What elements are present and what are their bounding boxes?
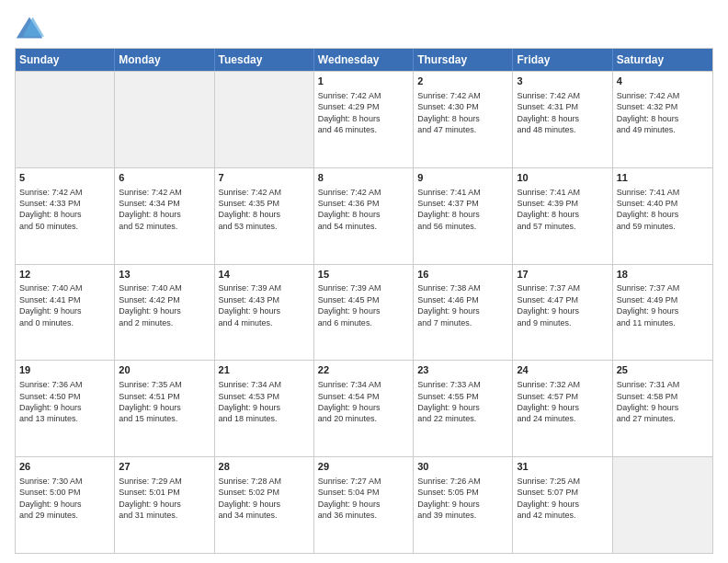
day-number: 6 (119, 171, 210, 185)
day-number: 21 (219, 363, 310, 377)
day-number: 2 (417, 75, 508, 88)
calendar-row: 5Sunrise: 7:42 AM Sunset: 4:33 PM Daylig… (16, 167, 712, 264)
calendar-row: 1Sunrise: 7:42 AM Sunset: 4:29 PM Daylig… (16, 71, 712, 167)
day-header-saturday: Saturday (613, 49, 712, 71)
cell-info: Sunrise: 7:41 AM Sunset: 4:40 PM Dayligh… (617, 187, 709, 233)
header (15, 15, 713, 40)
calendar-cell: 28Sunrise: 7:28 AM Sunset: 5:02 PM Dayli… (215, 457, 314, 553)
cell-info: Sunrise: 7:34 AM Sunset: 4:54 PM Dayligh… (318, 379, 409, 425)
cell-info: Sunrise: 7:33 AM Sunset: 4:55 PM Dayligh… (417, 379, 508, 425)
calendar-cell (613, 457, 712, 553)
cell-info: Sunrise: 7:27 AM Sunset: 5:04 PM Dayligh… (318, 476, 409, 522)
cell-info: Sunrise: 7:37 AM Sunset: 4:49 PM Dayligh… (617, 282, 709, 328)
calendar-cell: 22Sunrise: 7:34 AM Sunset: 4:54 PM Dayli… (314, 361, 414, 456)
logo-icon (15, 15, 44, 40)
day-header-wednesday: Wednesday (314, 49, 414, 71)
calendar-body: 1Sunrise: 7:42 AM Sunset: 4:29 PM Daylig… (16, 71, 712, 553)
day-number: 27 (119, 460, 210, 474)
calendar-cell: 14Sunrise: 7:39 AM Sunset: 4:43 PM Dayli… (215, 265, 314, 361)
calendar-cell: 1Sunrise: 7:42 AM Sunset: 4:29 PM Daylig… (314, 72, 414, 167)
cell-info: Sunrise: 7:25 AM Sunset: 5:07 PM Dayligh… (517, 476, 608, 522)
cell-info: Sunrise: 7:28 AM Sunset: 5:02 PM Dayligh… (219, 476, 310, 522)
day-number: 5 (19, 171, 110, 185)
calendar-cell: 3Sunrise: 7:42 AM Sunset: 4:31 PM Daylig… (513, 72, 612, 167)
day-number: 19 (19, 363, 110, 377)
calendar-cell: 21Sunrise: 7:34 AM Sunset: 4:53 PM Dayli… (215, 361, 314, 456)
day-number: 14 (219, 268, 310, 282)
calendar-header: SundayMondayTuesdayWednesdayThursdayFrid… (16, 49, 712, 71)
day-number: 20 (119, 363, 210, 377)
cell-info: Sunrise: 7:34 AM Sunset: 4:53 PM Dayligh… (219, 379, 310, 425)
calendar-cell (16, 72, 115, 167)
calendar-row: 26Sunrise: 7:30 AM Sunset: 5:00 PM Dayli… (16, 456, 712, 553)
calendar-cell: 4Sunrise: 7:42 AM Sunset: 4:32 PM Daylig… (613, 72, 712, 167)
page: SundayMondayTuesdayWednesdayThursdayFrid… (0, 0, 728, 563)
calendar-cell: 11Sunrise: 7:41 AM Sunset: 4:40 PM Dayli… (613, 168, 712, 264)
calendar-cell: 16Sunrise: 7:38 AM Sunset: 4:46 PM Dayli… (414, 265, 513, 361)
calendar-cell: 13Sunrise: 7:40 AM Sunset: 4:42 PM Dayli… (115, 265, 214, 361)
day-number: 16 (417, 268, 508, 282)
cell-info: Sunrise: 7:39 AM Sunset: 4:45 PM Dayligh… (318, 282, 409, 328)
day-number: 28 (219, 460, 310, 474)
calendar-cell: 5Sunrise: 7:42 AM Sunset: 4:33 PM Daylig… (16, 168, 115, 264)
day-number: 1 (318, 75, 409, 88)
cell-info: Sunrise: 7:41 AM Sunset: 4:39 PM Dayligh… (517, 187, 608, 233)
cell-info: Sunrise: 7:37 AM Sunset: 4:47 PM Dayligh… (517, 282, 608, 328)
calendar-cell: 17Sunrise: 7:37 AM Sunset: 4:47 PM Dayli… (513, 265, 612, 361)
calendar-cell: 10Sunrise: 7:41 AM Sunset: 4:39 PM Dayli… (513, 168, 612, 264)
calendar-cell (115, 72, 214, 167)
day-number: 18 (617, 268, 709, 282)
day-number: 25 (617, 363, 709, 377)
logo (15, 15, 48, 40)
cell-info: Sunrise: 7:42 AM Sunset: 4:32 PM Dayligh… (617, 90, 709, 136)
day-header-monday: Monday (115, 49, 214, 71)
calendar-cell: 27Sunrise: 7:29 AM Sunset: 5:01 PM Dayli… (115, 457, 214, 553)
cell-info: Sunrise: 7:42 AM Sunset: 4:31 PM Dayligh… (517, 90, 608, 136)
cell-info: Sunrise: 7:42 AM Sunset: 4:30 PM Dayligh… (417, 90, 508, 136)
cell-info: Sunrise: 7:38 AM Sunset: 4:46 PM Dayligh… (417, 282, 508, 328)
calendar-cell: 31Sunrise: 7:25 AM Sunset: 5:07 PM Dayli… (513, 457, 612, 553)
calendar-cell: 8Sunrise: 7:42 AM Sunset: 4:36 PM Daylig… (314, 168, 414, 264)
cell-info: Sunrise: 7:30 AM Sunset: 5:00 PM Dayligh… (19, 476, 110, 522)
day-number: 4 (617, 75, 709, 88)
calendar: SundayMondayTuesdayWednesdayThursdayFrid… (15, 48, 713, 554)
cell-info: Sunrise: 7:29 AM Sunset: 5:01 PM Dayligh… (119, 476, 210, 522)
day-number: 11 (617, 171, 709, 185)
cell-info: Sunrise: 7:40 AM Sunset: 4:41 PM Dayligh… (19, 282, 110, 328)
calendar-cell: 6Sunrise: 7:42 AM Sunset: 4:34 PM Daylig… (115, 168, 214, 264)
day-number: 24 (517, 363, 608, 377)
calendar-cell: 19Sunrise: 7:36 AM Sunset: 4:50 PM Dayli… (16, 361, 115, 456)
cell-info: Sunrise: 7:40 AM Sunset: 4:42 PM Dayligh… (119, 282, 210, 328)
day-number: 13 (119, 268, 210, 282)
day-number: 10 (517, 171, 608, 185)
calendar-cell: 12Sunrise: 7:40 AM Sunset: 4:41 PM Dayli… (16, 265, 115, 361)
day-number: 7 (219, 171, 310, 185)
cell-info: Sunrise: 7:42 AM Sunset: 4:29 PM Dayligh… (318, 90, 409, 136)
day-number: 30 (417, 460, 508, 474)
cell-info: Sunrise: 7:31 AM Sunset: 4:58 PM Dayligh… (617, 379, 709, 425)
day-header-tuesday: Tuesday (215, 49, 314, 71)
calendar-row: 12Sunrise: 7:40 AM Sunset: 4:41 PM Dayli… (16, 264, 712, 361)
cell-info: Sunrise: 7:35 AM Sunset: 4:51 PM Dayligh… (119, 379, 210, 425)
calendar-cell: 18Sunrise: 7:37 AM Sunset: 4:49 PM Dayli… (613, 265, 712, 361)
day-number: 3 (517, 75, 608, 88)
calendar-cell: 20Sunrise: 7:35 AM Sunset: 4:51 PM Dayli… (115, 361, 214, 456)
day-header-thursday: Thursday (414, 49, 513, 71)
calendar-cell: 7Sunrise: 7:42 AM Sunset: 4:35 PM Daylig… (215, 168, 314, 264)
calendar-cell: 26Sunrise: 7:30 AM Sunset: 5:00 PM Dayli… (16, 457, 115, 553)
cell-info: Sunrise: 7:42 AM Sunset: 4:35 PM Dayligh… (219, 187, 310, 233)
cell-info: Sunrise: 7:39 AM Sunset: 4:43 PM Dayligh… (219, 282, 310, 328)
day-number: 17 (517, 268, 608, 282)
day-number: 26 (19, 460, 110, 474)
cell-info: Sunrise: 7:42 AM Sunset: 4:33 PM Dayligh… (19, 187, 110, 233)
day-header-friday: Friday (513, 49, 612, 71)
calendar-cell: 15Sunrise: 7:39 AM Sunset: 4:45 PM Dayli… (314, 265, 414, 361)
calendar-cell: 2Sunrise: 7:42 AM Sunset: 4:30 PM Daylig… (414, 72, 513, 167)
calendar-cell: 25Sunrise: 7:31 AM Sunset: 4:58 PM Dayli… (613, 361, 712, 456)
day-number: 15 (318, 268, 409, 282)
day-number: 31 (517, 460, 608, 474)
day-number: 8 (318, 171, 409, 185)
calendar-cell: 29Sunrise: 7:27 AM Sunset: 5:04 PM Dayli… (314, 457, 414, 553)
cell-info: Sunrise: 7:26 AM Sunset: 5:05 PM Dayligh… (417, 476, 508, 522)
calendar-cell: 23Sunrise: 7:33 AM Sunset: 4:55 PM Dayli… (414, 361, 513, 456)
